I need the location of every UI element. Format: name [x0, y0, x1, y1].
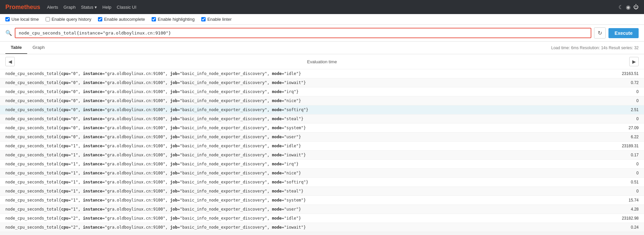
enable-highlighting-label[interactable]: Enable highlighting [158, 17, 195, 22]
value-cell: 2.51 [582, 105, 644, 114]
nav-links: Alerts Graph Status ▾ Help Classic UI [47, 5, 137, 10]
value-cell: 0.17 [582, 151, 644, 160]
enable-query-history-checkbox[interactable] [46, 17, 50, 21]
metric-cell: node_cpu_seconds_total{cpu="0", instance… [0, 124, 582, 133]
eval-next-button[interactable]: ▶ [629, 57, 639, 66]
eval-time-label: Evaluation time [15, 59, 629, 64]
metric-cell: node_cpu_seconds_total{cpu="2", instance… [0, 223, 582, 232]
value-cell: 27.09 [582, 124, 644, 133]
metric-cell: node_cpu_seconds_total{cpu="0", instance… [0, 69, 582, 78]
table-row: node_cpu_seconds_total{cpu="0", instance… [0, 69, 644, 78]
table-row: node_cpu_seconds_total{cpu="1", instance… [0, 187, 644, 196]
enable-linter-checkbox[interactable] [201, 17, 206, 21]
enable-highlighting-checkbox[interactable] [152, 17, 156, 21]
table-row: node_cpu_seconds_total{cpu="1", instance… [0, 151, 644, 160]
options-bar: Use local time Enable query history Enab… [0, 14, 644, 25]
value-cell: 0 [582, 114, 644, 124]
value-cell: 4.28 [582, 205, 644, 214]
metric-cell: node_cpu_seconds_total{cpu="1", instance… [0, 178, 582, 187]
query-input[interactable] [15, 28, 591, 38]
table-row: node_cpu_seconds_total{cpu="2", instance… [0, 214, 644, 223]
results-table: node_cpu_seconds_total{cpu="0", instance… [0, 69, 644, 232]
table-row: node_cpu_seconds_total{cpu="2", instance… [0, 223, 644, 232]
value-cell: 0.24 [582, 223, 644, 232]
circle-icon[interactable]: ◉ [626, 4, 631, 10]
option-use-local-time: Use local time [5, 17, 39, 22]
value-cell: 23189.31 [582, 142, 644, 151]
nav-classic-ui[interactable]: Classic UI [117, 5, 137, 10]
chevron-down-icon: ▾ [95, 5, 97, 10]
metric-cell: node_cpu_seconds_total{cpu="1", instance… [0, 160, 582, 169]
value-cell: 0 [582, 96, 644, 105]
execute-button[interactable]: Execute [608, 28, 639, 38]
brand-logo: Prometheus [5, 4, 40, 11]
metric-cell: node_cpu_seconds_total{cpu="1", instance… [0, 169, 582, 178]
metric-cell: node_cpu_seconds_total{cpu="0", instance… [0, 133, 582, 142]
metric-cell: node_cpu_seconds_total{cpu="0", instance… [0, 96, 582, 105]
value-cell: 6.22 [582, 133, 644, 142]
value-cell: 15.74 [582, 196, 644, 205]
metric-cell: node_cpu_seconds_total{cpu="0", instance… [0, 105, 582, 114]
metric-cell: node_cpu_seconds_total{cpu="1", instance… [0, 205, 582, 214]
tabs-row: Table Graph Load time: 6ms Resolution: 1… [0, 42, 644, 54]
metric-cell: node_cpu_seconds_total{cpu="0", instance… [0, 114, 582, 124]
value-cell: 23163.51 [582, 69, 644, 78]
table-row: node_cpu_seconds_total{cpu="0", instance… [0, 105, 644, 114]
tab-table[interactable]: Table [5, 42, 27, 54]
value-cell: 0 [582, 87, 644, 96]
table-row: node_cpu_seconds_total{cpu="1", instance… [0, 205, 644, 214]
metric-cell: node_cpu_seconds_total{cpu="0", instance… [0, 78, 582, 87]
value-cell: 0 [582, 160, 644, 169]
table-row: node_cpu_seconds_total{cpu="1", instance… [0, 196, 644, 205]
option-autocomplete: Enable autocomplete [98, 17, 145, 22]
table-row: node_cpu_seconds_total{cpu="1", instance… [0, 142, 644, 151]
metric-cell: node_cpu_seconds_total{cpu="1", instance… [0, 187, 582, 196]
nav-status[interactable]: Status ▾ [81, 5, 97, 10]
table-row: node_cpu_seconds_total{cpu="0", instance… [0, 78, 644, 87]
nav-alerts[interactable]: Alerts [47, 5, 58, 10]
metric-cell: node_cpu_seconds_total{cpu="0", instance… [0, 87, 582, 96]
eval-row: ◀ Evaluation time ▶ [0, 54, 644, 69]
table-row: node_cpu_seconds_total{cpu="0", instance… [0, 124, 644, 133]
metric-cell: node_cpu_seconds_total{cpu="2", instance… [0, 214, 582, 223]
use-local-time-label[interactable]: Use local time [11, 17, 39, 22]
tabs-meta: Load time: 6ms Resolution: 14s Result se… [551, 46, 639, 50]
history-button[interactable]: ↻ [594, 27, 606, 38]
search-bar: 🔍 ↻ Execute [0, 25, 644, 42]
enable-autocomplete-checkbox[interactable] [98, 17, 102, 21]
option-linter: Enable linter [201, 17, 231, 22]
navbar-right: ☾ ◉ ⏻ [619, 4, 639, 10]
metric-cell: node_cpu_seconds_total{cpu="1", instance… [0, 151, 582, 160]
search-icon: 🔍 [5, 30, 12, 36]
use-local-time-checkbox[interactable] [5, 17, 10, 21]
option-highlighting: Enable highlighting [152, 17, 195, 22]
metric-cell: node_cpu_seconds_total{cpu="1", instance… [0, 196, 582, 205]
table-row: node_cpu_seconds_total{cpu="0", instance… [0, 96, 644, 105]
table-row: node_cpu_seconds_total{cpu="1", instance… [0, 169, 644, 178]
tabs: Table Graph [5, 42, 50, 54]
value-cell: 0 [582, 187, 644, 196]
table-area: ◀ Evaluation time ▶ node_cpu_seconds_tot… [0, 54, 644, 232]
tab-graph[interactable]: Graph [27, 42, 50, 54]
eval-prev-button[interactable]: ◀ [5, 57, 15, 66]
value-cell: 0 [582, 169, 644, 178]
value-cell: 0.51 [582, 178, 644, 187]
power-icon[interactable]: ⏻ [633, 4, 639, 10]
nav-graph[interactable]: Graph [63, 5, 75, 10]
moon-icon[interactable]: ☾ [619, 4, 623, 10]
nav-help[interactable]: Help [102, 5, 111, 10]
value-cell: 0.72 [582, 78, 644, 87]
option-query-history: Enable query history [46, 17, 92, 22]
metric-cell: node_cpu_seconds_total{cpu="1", instance… [0, 142, 582, 151]
table-row: node_cpu_seconds_total{cpu="0", instance… [0, 114, 644, 124]
table-row: node_cpu_seconds_total{cpu="0", instance… [0, 133, 644, 142]
enable-linter-label[interactable]: Enable linter [207, 17, 231, 22]
value-cell: 23182.98 [582, 214, 644, 223]
enable-query-history-label[interactable]: Enable query history [52, 17, 92, 22]
navbar: Prometheus Alerts Graph Status ▾ Help Cl… [0, 0, 644, 14]
table-row: node_cpu_seconds_total{cpu="1", instance… [0, 178, 644, 187]
table-row: node_cpu_seconds_total{cpu="1", instance… [0, 160, 644, 169]
enable-autocomplete-label[interactable]: Enable autocomplete [104, 17, 145, 22]
table-row: node_cpu_seconds_total{cpu="0", instance… [0, 87, 644, 96]
